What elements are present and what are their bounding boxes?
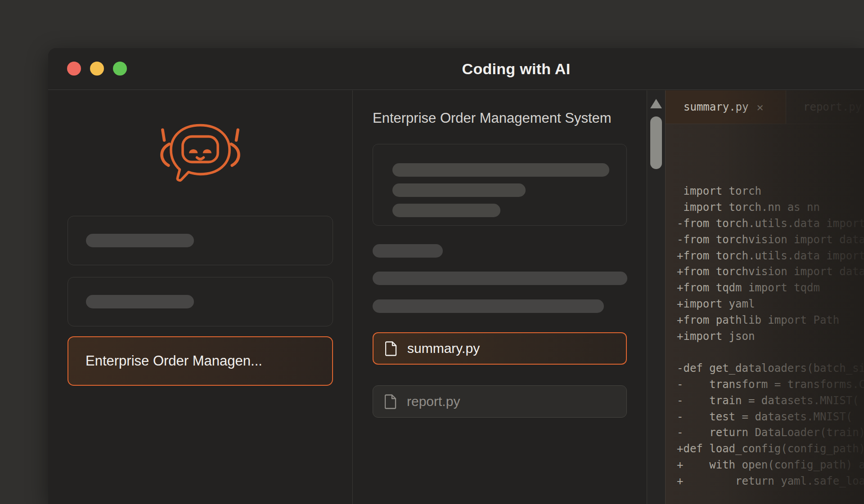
scroll-up-icon[interactable] xyxy=(650,99,662,108)
skeleton-text-bar xyxy=(373,272,627,285)
file-name: summary.py xyxy=(407,341,480,356)
titlebar: Coding with AI xyxy=(48,48,864,90)
code-line: - test = datasets.MNIST( xyxy=(677,409,864,425)
zoom-window-button[interactable] xyxy=(113,62,127,76)
code-line: +from tqdm import tqdm xyxy=(677,280,864,296)
code-line: - train = datasets.MNIST( xyxy=(677,393,864,409)
code-line xyxy=(677,344,864,361)
code-line: - return DataLoader(train) xyxy=(677,425,864,441)
window-title: Coding with AI xyxy=(462,60,571,78)
code-line: +from torch.utils.data import DataLoader xyxy=(677,248,864,264)
skeleton-text-bar xyxy=(373,244,443,258)
conversation-item-skeleton[interactable] xyxy=(68,277,333,326)
tab-summary[interactable]: summary.py ✕ xyxy=(666,90,786,124)
code-line xyxy=(677,490,864,504)
conversation-list: Enterprise Order Managen... xyxy=(48,216,352,386)
code-line: - transform = transforms.Compose xyxy=(677,377,864,393)
code-line: -from torchvision import datasets xyxy=(677,232,864,248)
conversation-item-selected[interactable]: Enterprise Order Managen... xyxy=(68,336,333,386)
sidebar: Enterprise Order Managen... xyxy=(48,90,353,504)
diff-view[interactable]: import torch import torch.nn as nn-from … xyxy=(666,124,864,504)
editor-tabbar: summary.py ✕ report.py xyxy=(666,90,864,124)
code-line: import torch.nn as nn xyxy=(677,200,864,216)
file-chip-summary[interactable]: summary.py xyxy=(373,332,627,365)
skeleton-text-bar xyxy=(86,295,194,308)
scrollbar-thumb[interactable] xyxy=(650,116,662,169)
file-icon xyxy=(385,394,397,409)
code-line: +def load_config(config_path) xyxy=(677,441,864,457)
skeleton-text-bar xyxy=(392,183,526,197)
minimize-window-button[interactable] xyxy=(90,62,104,76)
main-content: Enterprise Order Managen... Enterprise O… xyxy=(48,90,864,504)
preview-panel: Enterprise Order Management System summa… xyxy=(353,90,647,504)
traffic-lights xyxy=(67,62,127,76)
code-line: + return yaml.safe_load(f) xyxy=(677,473,864,490)
code-line: +import yaml xyxy=(677,296,864,312)
close-window-button[interactable] xyxy=(67,62,81,76)
code-line: import torch xyxy=(677,183,864,200)
code-line: + with open(config_path) as f: xyxy=(677,457,864,473)
code-line: +import json xyxy=(677,329,864,345)
summary-card-skeleton xyxy=(373,144,627,226)
preview-title: Enterprise Order Management System xyxy=(373,110,627,126)
scrollbar[interactable] xyxy=(647,90,666,504)
tab-report[interactable]: report.py xyxy=(786,90,864,124)
tab-label: summary.py xyxy=(684,101,749,113)
code-line: +from torchvision import datasets xyxy=(677,264,864,280)
file-chip-report[interactable]: report.py xyxy=(373,385,627,418)
conversation-item-skeleton[interactable] xyxy=(68,216,333,265)
skeleton-text-bar xyxy=(86,234,194,247)
code-line: -def get_dataloaders(batch_size) xyxy=(677,361,864,377)
skeleton-text-bar xyxy=(392,163,609,177)
close-tab-icon[interactable]: ✕ xyxy=(757,102,764,113)
file-icon xyxy=(385,341,397,356)
code-line: +from pathlib import Path xyxy=(677,312,864,329)
robot-mascot-icon xyxy=(158,121,243,184)
code-line: -from torch.utils.data import DataLoader xyxy=(677,216,864,232)
tab-label: report.py xyxy=(803,101,862,113)
conversation-title: Enterprise Order Managen... xyxy=(86,353,262,369)
skeleton-text-bar xyxy=(373,299,604,313)
app-window: Coding with AI xyxy=(48,48,864,504)
file-name: report.py xyxy=(407,394,460,409)
editor-panel: summary.py ✕ report.py import torch impo… xyxy=(666,90,864,504)
skeleton-text-bar xyxy=(392,204,500,217)
